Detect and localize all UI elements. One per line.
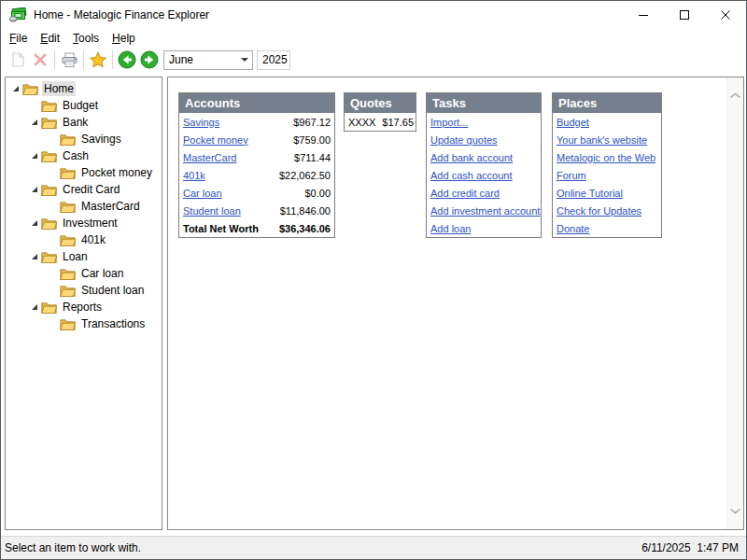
tree-item[interactable]: Investment: [6, 215, 162, 231]
task-row: Add investment account: [427, 202, 541, 219]
task-link[interactable]: Add loan: [430, 223, 471, 234]
menu-item[interactable]: Tools: [66, 30, 106, 47]
toolbar-separator: [54, 50, 55, 69]
menu-item[interactable]: File: [3, 30, 34, 47]
tree-item[interactable]: Cash: [6, 147, 162, 164]
tree-item[interactable]: Reports: [6, 299, 162, 315]
place-link[interactable]: Metalogic on the Web: [557, 152, 655, 163]
vertical-scrollbar[interactable]: [726, 77, 743, 529]
tree-item[interactable]: Transactions: [6, 315, 162, 332]
delete-x-icon: [32, 51, 49, 68]
main-content-panel: Accounts Savings $967.12 Pocket money $7…: [167, 77, 744, 530]
forward-button[interactable]: [138, 49, 161, 70]
month-dropdown-value: June: [164, 53, 193, 66]
menu-item[interactable]: Help: [106, 30, 142, 47]
task-link[interactable]: Add bank account: [430, 152, 513, 163]
print-button[interactable]: [58, 49, 80, 70]
tree-item[interactable]: Credit Card: [6, 181, 162, 198]
tree-item-label: 401k: [79, 232, 107, 247]
month-dropdown[interactable]: June: [163, 50, 253, 70]
delete-button[interactable]: [29, 49, 51, 70]
tree-item-label: Loan: [61, 249, 90, 264]
maximize-button[interactable]: [664, 1, 705, 29]
tree-item-label: Bank: [61, 115, 90, 130]
tree-item-label: Budget: [61, 98, 100, 113]
folder-icon: [60, 268, 76, 280]
task-link[interactable]: Add credit card: [430, 188, 500, 199]
tree-item[interactable]: Budget: [6, 97, 162, 114]
quote-symbol: XXXX: [348, 117, 375, 128]
tree-expander-icon[interactable]: [28, 119, 41, 125]
forward-arrow-icon: [140, 50, 159, 69]
tree-item[interactable]: Savings: [6, 131, 162, 147]
tree-item-label: MasterCard: [79, 199, 142, 214]
task-link[interactable]: Add investment account: [430, 205, 540, 217]
scroll-down-icon[interactable]: [729, 508, 741, 514]
window-title: Home - Metalogic Finance Explorer: [34, 8, 209, 21]
back-button[interactable]: [116, 49, 138, 70]
tasks-panel-header: Tasks: [427, 93, 541, 113]
tree-item[interactable]: Home: [6, 80, 162, 97]
chevron-down-icon[interactable]: [237, 58, 252, 62]
tree-expander-icon[interactable]: [28, 187, 41, 192]
net-worth-row: Total Net Worth $36,346.06: [179, 219, 334, 237]
account-row: Student loan $11,846.00: [179, 202, 334, 219]
close-button[interactable]: [705, 1, 746, 29]
places-links: Budget Your bank's website Metalogic on …: [553, 113, 661, 237]
account-row: Car loan $0.00: [179, 184, 334, 202]
tree-item[interactable]: Pocket money: [6, 164, 162, 181]
title-bar: Home - Metalogic Finance Explorer: [1, 1, 746, 29]
quotes-panel-header: Quotes: [345, 93, 416, 113]
tree-item[interactable]: 401k: [6, 231, 162, 248]
tree-expander-icon[interactable]: [28, 254, 41, 259]
tree-item[interactable]: Bank: [6, 114, 162, 131]
tree-item[interactable]: MasterCard: [6, 198, 162, 215]
new-document-button[interactable]: [7, 49, 29, 70]
minimize-button[interactable]: [623, 1, 664, 29]
account-link[interactable]: Savings: [183, 117, 219, 128]
account-link[interactable]: MasterCard: [183, 152, 236, 163]
menu-item[interactable]: Edit: [34, 30, 66, 47]
task-row: Add credit card: [427, 184, 541, 202]
account-link[interactable]: 401k: [183, 170, 205, 181]
task-row: Import...: [427, 113, 541, 131]
folder-icon: [60, 318, 76, 330]
place-link[interactable]: Check for Updates: [557, 205, 641, 217]
year-input[interactable]: 2025: [257, 50, 290, 70]
maximize-icon: [680, 10, 689, 20]
tree-expander-icon[interactable]: [28, 220, 41, 226]
place-row: Budget: [553, 113, 661, 131]
place-link[interactable]: Forum: [557, 170, 586, 181]
place-link[interactable]: Your bank's website: [557, 134, 647, 146]
scroll-up-icon[interactable]: [729, 92, 741, 99]
account-link[interactable]: Student loan: [183, 205, 241, 217]
tree-item[interactable]: Car loan: [6, 265, 162, 282]
account-balance: $967.12: [293, 117, 331, 128]
workspace: Home Budget: [1, 72, 746, 536]
place-row: Forum: [553, 166, 661, 184]
place-link[interactable]: Donate: [557, 223, 589, 234]
task-link[interactable]: Update quotes: [430, 134, 498, 146]
tree-expander-icon[interactable]: [28, 153, 41, 159]
tree-expander-icon[interactable]: [9, 86, 22, 91]
place-row: Online Tutorial: [553, 184, 661, 202]
tree-item[interactable]: Loan: [6, 248, 162, 265]
account-link[interactable]: Pocket money: [183, 134, 248, 146]
tree-item-label: Pocket money: [79, 165, 154, 180]
toolbar-separator: [83, 50, 84, 69]
place-link[interactable]: Budget: [557, 117, 589, 128]
place-row: Metalogic on the Web: [553, 148, 661, 166]
task-link[interactable]: Import...: [430, 117, 468, 128]
account-row: MasterCard $711.44: [179, 148, 334, 166]
folder-icon: [22, 83, 38, 95]
place-link[interactable]: Online Tutorial: [557, 188, 623, 199]
account-link[interactable]: Car loan: [183, 188, 222, 199]
task-link[interactable]: Add cash account: [430, 170, 512, 181]
favorites-button[interactable]: [87, 49, 109, 70]
tree-expander-icon[interactable]: [28, 304, 41, 310]
tree-item[interactable]: Student loan: [6, 282, 162, 299]
place-row: Donate: [553, 219, 661, 237]
folder-icon: [60, 167, 76, 179]
task-row: Add bank account: [427, 148, 541, 166]
tree-item-label: Savings: [79, 132, 123, 147]
